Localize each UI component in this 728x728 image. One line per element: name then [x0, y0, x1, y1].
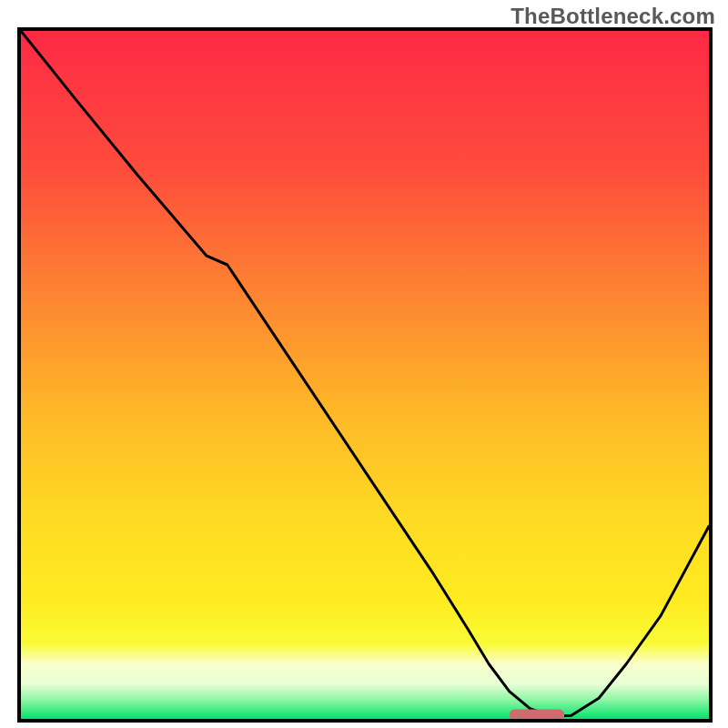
plot-area: [21, 31, 709, 719]
watermark-label: TheBottleneck.com: [511, 4, 715, 29]
bottleneck-chart: TheBottleneck.com: [0, 0, 728, 728]
gradient-background: [21, 31, 709, 719]
plot-svg: [21, 31, 709, 719]
optimal-range-marker: [510, 710, 565, 720]
